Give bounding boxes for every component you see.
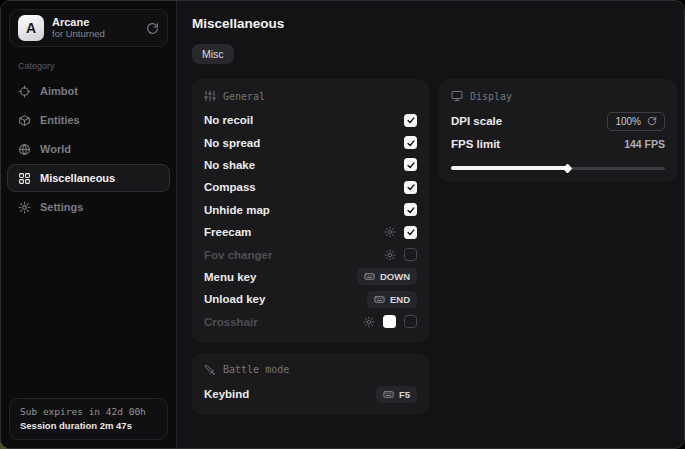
sidebar-nav: Aimbot Entities World Miscellaneous: [1, 77, 176, 221]
battle-keybind-button[interactable]: F5: [376, 386, 417, 403]
unload-key-button[interactable]: END: [367, 291, 417, 308]
display-panel-header: Display: [451, 90, 665, 102]
sidebar-item-label: Aimbot: [40, 85, 78, 97]
grid-icon: [18, 172, 31, 185]
row-unhide-map: Unhide map: [204, 199, 417, 221]
brand-text: Arcane for Unturned: [52, 16, 138, 40]
battle-mode-panel: Battle mode Keybind F5: [192, 353, 429, 415]
unhide-map-checkbox[interactable]: [404, 203, 417, 216]
fov-changer-checkbox[interactable]: [404, 248, 417, 261]
session-duration-text: Session duration 2m 47s: [20, 420, 157, 431]
sidebar-item-miscellaneous[interactable]: Miscellaneous: [7, 164, 170, 192]
menu-key-button[interactable]: DOWN: [357, 268, 417, 285]
sidebar-item-label: World: [40, 143, 71, 155]
sidebar-item-settings[interactable]: Settings: [7, 193, 170, 221]
brand-name: Arcane: [52, 16, 138, 29]
cube-icon: [18, 114, 31, 127]
sidebar: A Arcane for Unturned Category Aimbot: [1, 1, 177, 448]
brand-subtitle: for Unturned: [52, 29, 138, 40]
keyboard-icon: [374, 294, 385, 305]
sidebar-item-label: Settings: [40, 201, 83, 213]
row-no-spread: No spread: [204, 131, 417, 153]
tab-bar: Misc: [192, 44, 677, 64]
no-shake-checkbox[interactable]: [404, 158, 417, 171]
no-recoil-checkbox[interactable]: [404, 114, 417, 127]
row-fov-changer: Fov changer: [204, 243, 417, 265]
subscription-card: Sub expires in 42d 00h Session duration …: [9, 398, 168, 440]
freecam-settings-gear-icon[interactable]: [384, 226, 396, 238]
brand-logo: A: [18, 15, 44, 41]
row-battle-keybind: Keybind F5: [204, 383, 417, 405]
keyboard-icon: [364, 271, 375, 282]
category-label: Category: [18, 61, 176, 71]
sidebar-item-world[interactable]: World: [7, 135, 170, 163]
dpi-scale-select[interactable]: 100%: [607, 112, 665, 131]
main-content: Miscellaneous Misc General No recoil: [177, 1, 685, 448]
slider-handle[interactable]: [562, 163, 572, 173]
keyboard-icon: [383, 389, 394, 400]
row-no-shake: No shake: [204, 154, 417, 176]
fps-limit-slider[interactable]: [451, 164, 665, 172]
globe-icon: [18, 143, 31, 156]
sliders-icon: [204, 90, 216, 102]
tab-misc[interactable]: Misc: [192, 44, 234, 64]
refresh-icon[interactable]: [146, 22, 159, 35]
crosshair-checkbox[interactable]: [404, 315, 417, 328]
fov-changer-settings-gear-icon[interactable]: [384, 249, 396, 261]
row-freecam: Freecam: [204, 221, 417, 243]
monitor-icon: [451, 90, 463, 102]
sword-icon: [204, 364, 216, 376]
crosshair-settings-gear-icon[interactable]: [363, 316, 375, 328]
row-fps-limit: FPS limit 144 FPS: [451, 133, 665, 155]
sidebar-item-aimbot[interactable]: Aimbot: [7, 77, 170, 105]
compass-checkbox[interactable]: [404, 181, 417, 194]
sub-expires-text: Sub expires in 42d 00h: [20, 406, 157, 417]
crosshair-icon: [18, 85, 31, 98]
no-spread-checkbox[interactable]: [404, 136, 417, 149]
row-compass: Compass: [204, 176, 417, 198]
crosshair-color-swatch[interactable]: [383, 315, 396, 328]
row-crosshair: Crosshair: [204, 311, 417, 333]
row-no-recoil: No recoil: [204, 109, 417, 131]
arcane-window: A Arcane for Unturned Category Aimbot: [0, 0, 685, 449]
row-menu-key: Menu key DOWN: [204, 266, 417, 288]
reset-icon: [647, 116, 657, 126]
row-dpi-scale: DPI scale 100%: [451, 109, 665, 133]
general-panel-header: General: [204, 90, 417, 102]
sidebar-item-entities[interactable]: Entities: [7, 106, 170, 134]
general-panel: General No recoil No spread: [192, 79, 429, 343]
freecam-checkbox[interactable]: [404, 226, 417, 239]
sidebar-item-label: Entities: [40, 114, 80, 126]
gear-icon: [18, 201, 31, 214]
fps-slider-fill: [451, 166, 567, 170]
sidebar-item-label: Miscellaneous: [40, 172, 115, 184]
battle-mode-panel-header: Battle mode: [204, 364, 417, 376]
row-unload-key: Unload key END: [204, 288, 417, 310]
page-title: Miscellaneous: [192, 16, 677, 31]
fps-limit-value: 144 FPS: [624, 138, 665, 150]
brand-card: A Arcane for Unturned: [9, 9, 168, 47]
display-panel: Display DPI scale 100% FPS limit: [439, 79, 677, 182]
